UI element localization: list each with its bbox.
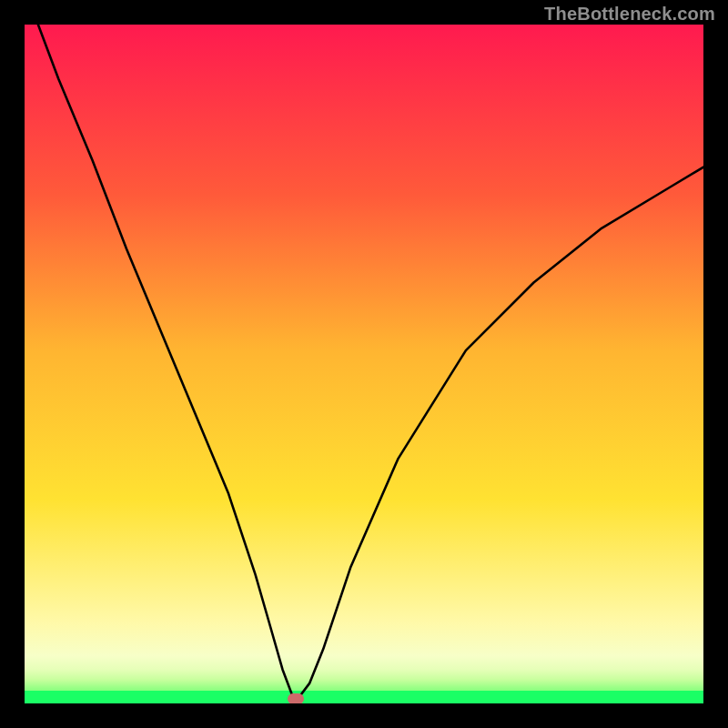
plot-area <box>25 25 703 703</box>
attribution-label: TheBottleneck.com <box>544 4 715 25</box>
optimum-marker <box>288 693 304 703</box>
bottleneck-curve <box>25 25 703 703</box>
chart-frame: TheBottleneck.com <box>0 0 728 728</box>
